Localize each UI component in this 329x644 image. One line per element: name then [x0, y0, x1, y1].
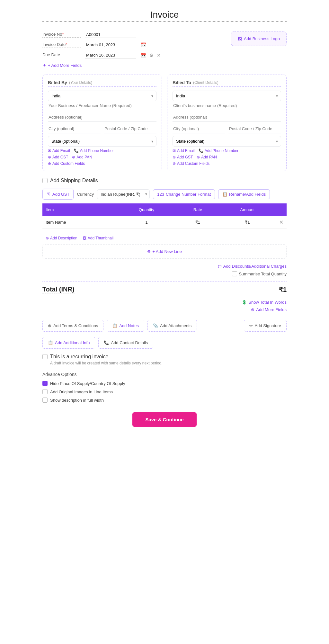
- billed-to-add-pan[interactable]: ⊕ Add PAN: [197, 155, 217, 159]
- add-terms-button[interactable]: ⊕ Add Terms & Conditions: [42, 320, 103, 332]
- calendar-icon: 📋: [222, 192, 227, 197]
- due-date-calendar-icon[interactable]: 📅: [140, 52, 147, 58]
- billed-to-business-name[interactable]: [173, 101, 281, 110]
- item-quantity-cell[interactable]: 1: [116, 216, 177, 229]
- item-amount-cell: ₹1: [219, 216, 276, 229]
- billed-by-add-gst[interactable]: ⊕ Add GST: [48, 155, 68, 159]
- add-description-button[interactable]: ⊕ Add Description: [46, 236, 77, 240]
- shipping-checkbox[interactable]: [42, 178, 48, 183]
- recurring-description: A draft invoice will be created with sam…: [50, 361, 287, 365]
- add-business-logo-button[interactable]: 🖼 Add Business Logo: [231, 31, 287, 46]
- phone-icon: 📞: [74, 148, 79, 153]
- billed-to-city[interactable]: [173, 124, 225, 133]
- option-1-label: Hide Place Of Supply/Country Of Supply: [50, 381, 125, 386]
- option-row-2: Add Original Images in Line Items: [42, 389, 287, 394]
- item-rate-cell[interactable]: ₹1: [177, 216, 219, 229]
- advance-options-section: Advance Options ✓ Hide Place Of Supply/C…: [42, 372, 287, 403]
- recurring-section: This is a recurring invoice. A draft inv…: [42, 354, 287, 365]
- billed-to-postal[interactable]: [228, 124, 281, 133]
- invoice-toolbar: ％ Add GST Currency Indian Rupee(INR, ₹) …: [42, 189, 287, 200]
- billed-to-title: Billed To (Client Details): [173, 80, 281, 87]
- summarise-checkbox[interactable]: [232, 271, 237, 276]
- billed-to-state-select[interactable]: State (optional): [173, 136, 281, 147]
- billed-to-add-custom[interactable]: ⊕ Add Custom Fields: [173, 161, 209, 166]
- option-row-1: ✓ Hide Place Of Supply/Country Of Supply: [42, 381, 287, 386]
- add-gst-button[interactable]: ％ Add GST: [42, 189, 74, 200]
- due-date-label: Due Date: [42, 52, 81, 58]
- bottom-buttons-row2: 📋 Add Additional Info 📞 Add Contact Deta…: [42, 337, 287, 349]
- currency-select[interactable]: Indian Rupee(INR, ₹): [97, 189, 150, 199]
- add-thumbnail-button[interactable]: 🖼 Add Thumbnail: [83, 236, 114, 240]
- billed-to-add-gst[interactable]: ⊕ Add GST: [173, 155, 193, 159]
- summarise-total-row: Summarise Total Quantity: [232, 271, 287, 276]
- billed-by-city[interactable]: [48, 124, 101, 133]
- option-3-checkbox[interactable]: [42, 398, 48, 403]
- billed-to-add-phone[interactable]: 📞 Add Phone Number: [199, 148, 238, 153]
- recurring-checkbox[interactable]: [42, 354, 48, 359]
- add-notes-button[interactable]: 📋 Add Notes: [107, 320, 144, 332]
- info-icon: 📋: [48, 340, 53, 345]
- email-icon: ✉: [48, 148, 51, 153]
- rename-add-fields-button[interactable]: 📋 Rename/Add Fields: [218, 189, 270, 199]
- currency-icon: 💲: [242, 300, 247, 305]
- option-1-checkbox[interactable]: ✓: [42, 381, 48, 386]
- option-2-checkbox[interactable]: [42, 389, 48, 394]
- option-row-3: Show description in full width: [42, 398, 287, 403]
- add-new-line-button[interactable]: ⊕ + Add New Line: [42, 244, 287, 259]
- billed-by-address[interactable]: [48, 113, 156, 122]
- due-date-clear-icon[interactable]: ✕: [156, 52, 161, 58]
- billed-by-add-pan[interactable]: ⊕ Add PAN: [72, 155, 92, 159]
- billed-by-country-select[interactable]: India: [48, 91, 156, 101]
- plus-icon: ＋: [42, 62, 47, 68]
- add-attachments-button[interactable]: 📎 Add Attachments: [147, 320, 197, 332]
- bottom-buttons-row1: ⊕ Add Terms & Conditions 📋 Add Notes 📎 A…: [42, 320, 287, 332]
- plus-icon: ⊕: [173, 155, 176, 159]
- phone-icon: 📞: [104, 340, 109, 345]
- percent-icon: ％: [47, 191, 51, 197]
- plus-icon: ⊕: [173, 161, 176, 166]
- table-header: Item Quantity Rate Amount: [42, 203, 287, 216]
- billed-by-add-custom[interactable]: ⊕ Add Custom Fields: [48, 161, 85, 166]
- billed-by-business-name[interactable]: [48, 101, 156, 110]
- invoice-date-calendar-icon[interactable]: 📅: [140, 42, 147, 48]
- billed-to-add-email[interactable]: ✉ Add Email: [173, 148, 195, 153]
- advance-options-title: Advance Options: [42, 372, 287, 377]
- show-total-words-button[interactable]: 💲 Show Total In Words: [242, 300, 287, 305]
- recurring-label: This is a recurring invoice.: [50, 354, 110, 360]
- page-title: Invoice: [42, 10, 287, 22]
- save-continue-button[interactable]: Save & Continue: [132, 412, 196, 427]
- due-date-value[interactable]: March 16, 2023: [85, 52, 136, 58]
- add-signature-button[interactable]: ✏ Add Signature: [244, 320, 287, 332]
- number-icon: 123: [157, 192, 164, 197]
- add-more-fields-button[interactable]: ＋ + Add More Fields: [42, 62, 82, 68]
- invoice-table: Item Quantity Rate Amount Item Name 1 ₹1…: [42, 203, 287, 229]
- add-additional-info-button[interactable]: 📋 Add Additional Info: [42, 337, 95, 349]
- add-discounts-button[interactable]: 🏷 Add Discounts/Additional Charges: [218, 264, 287, 269]
- email-icon: ✉: [173, 148, 176, 153]
- billed-by-postal[interactable]: [104, 124, 156, 133]
- shipping-label: Add Shipping Details: [50, 178, 98, 183]
- total-extras: 💲 Show Total In Words ⊕ Add More Fields: [242, 300, 287, 312]
- delete-item-button[interactable]: ✕: [279, 219, 283, 225]
- change-number-format-button[interactable]: 123 Change Number Format: [153, 189, 215, 199]
- billed-to-address[interactable]: [173, 113, 281, 122]
- notes-icon: 📋: [112, 323, 117, 328]
- col-item: Item: [42, 203, 116, 216]
- totals-add-more-fields-button[interactable]: ⊕ Add More Fields: [251, 307, 287, 312]
- paperclip-icon: 📎: [153, 323, 158, 328]
- invoice-date-value[interactable]: March 01, 2023: [85, 42, 136, 48]
- billed-by-add-email[interactable]: ✉ Add Email: [48, 148, 70, 153]
- billed-to-country-select[interactable]: India: [173, 91, 281, 101]
- plus-icon: ⊕: [48, 323, 51, 328]
- billed-by-state-select[interactable]: State (optional): [48, 136, 156, 147]
- due-date-settings-icon[interactable]: ⚙: [149, 52, 154, 58]
- add-contact-details-button[interactable]: 📞 Add Contact Details: [98, 337, 153, 349]
- col-amount: Amount: [219, 203, 276, 216]
- col-quantity: Quantity: [116, 203, 177, 216]
- billed-by-add-phone[interactable]: 📞 Add Phone Number: [74, 148, 114, 153]
- invoice-no-value[interactable]: A00001: [85, 31, 136, 38]
- invoice-date-label: Invoice Date*: [42, 42, 81, 48]
- plus-icon: ⊕: [251, 307, 254, 312]
- item-name-cell[interactable]: Item Name: [42, 216, 116, 229]
- plus-icon: ⊕: [72, 155, 75, 159]
